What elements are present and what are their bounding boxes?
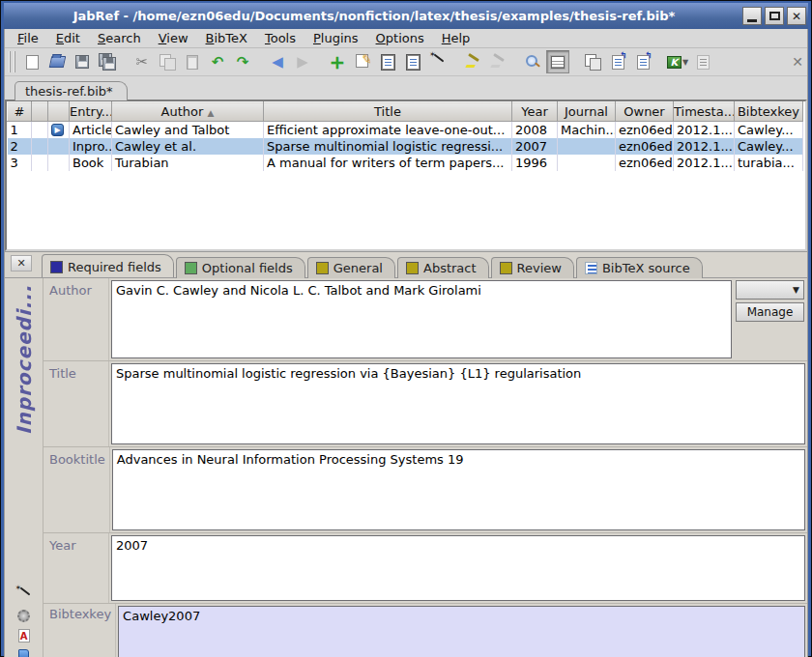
pdf-file-icon[interactable]: A [18,629,30,643]
col-owner[interactable]: Owner [616,102,674,122]
maximize-button[interactable] [765,7,784,25]
author-dropdown[interactable]: ▼ [736,280,804,300]
edit-entry-icon[interactable]: ✎ [351,50,374,73]
settings-gear-icon[interactable] [17,610,30,622]
save-database-icon[interactable] [71,50,94,73]
open-file-icon[interactable] [691,50,714,73]
year-field[interactable]: 2007 [111,535,805,601]
tab-optional-fields[interactable]: Optional fields [176,257,305,278]
save-all-icon[interactable] [96,50,119,73]
editor-tab-strip: ✕ Required fields Optional fields Genera… [5,252,807,277]
file-tab[interactable]: thesis-ref.bib* [14,81,128,100]
cleanup-wand-icon[interactable] [426,50,450,73]
tab-required-fields[interactable]: Required fields [42,254,174,277]
copy-icon[interactable] [156,50,179,73]
editor-close-button[interactable]: ✕ [11,255,32,271]
author-label: Author [44,278,109,360]
menu-plugins[interactable]: Plugins [306,30,365,46]
table-row[interactable]: 1 ▶ Article Cawley and Talbot Efficient … [8,122,803,138]
menu-search[interactable]: Search [91,30,148,46]
cut-icon[interactable]: ✂ [130,50,154,73]
table-header-row: # Entry... Author ▲ Title Year Journal O… [8,102,803,122]
push-to-lyx-icon[interactable]: K▼ [666,50,689,73]
tab-review[interactable]: Review [491,257,574,278]
sort-asc-icon: ▲ [208,108,215,118]
menu-file[interactable]: File [11,30,45,46]
toggle-preview-icon[interactable] [546,50,569,73]
col-bibtexkey[interactable]: Bibtexkey [735,102,803,122]
forward-icon[interactable]: ▶ [291,50,314,73]
col-ranking[interactable] [32,102,48,122]
booktitle-row: Booktitle Advances in Neural Information… [44,447,807,533]
push-to-doc-icon[interactable]: ↰ [606,50,629,73]
col-timestamp[interactable]: Timesta... [674,102,735,122]
window-title: JabRef - /home/ezn06edu/Documents/nonfic… [6,9,742,23]
abstract-icon [406,262,419,274]
entry-editor: ✕ Required fields Optional fields Genera… [5,251,807,657]
open-database-icon[interactable] [45,50,69,73]
file-link-icon[interactable]: ▶ [51,124,64,136]
table-row-selected[interactable]: 2 Inpro... Cawley et al. Sparse multinom… [8,138,803,155]
chevron-down-icon: ▼ [793,285,799,295]
entry-type-label: Inproceedi... [13,284,36,574]
title-label: Title [44,361,109,446]
author-field[interactable]: Gavin C. Cawley and Nicola L. C. Talbot … [111,280,732,358]
paste-icon[interactable] [181,50,204,73]
toolbar: ✂ ↶ ↷ ◀ ▶ + ✎ ↰ ↰ K▼ [5,48,807,76]
manage-button[interactable]: Manage [736,302,804,322]
menu-options[interactable]: Options [369,30,431,46]
cleanup-wand-icon[interactable] [16,587,32,603]
title-row: Title Sparse multinomial logistic regres… [44,361,807,447]
toolbar-grip[interactable] [9,51,15,72]
tab-bibtex-source[interactable]: BibTeX source [576,257,703,278]
title-field[interactable]: Sparse multinomial logistic regression v… [111,363,805,444]
author-row: Author Gavin C. Cawley and Nicola L. C. … [44,278,807,361]
menu-bar: File Edit Search View BibTeX Tools Plugi… [5,29,807,48]
booktitle-field[interactable]: Advances in Neural Information Processin… [112,449,805,530]
menu-view[interactable]: View [152,30,195,46]
tab-abstract[interactable]: Abstract [397,257,489,278]
edit-preamble-icon[interactable] [376,50,399,73]
search-icon[interactable] [521,50,544,73]
redo-icon[interactable]: ↷ [231,50,254,73]
col-journal[interactable]: Journal [558,102,616,122]
tab-general[interactable]: General [307,257,395,278]
minimize-button[interactable] [742,7,762,25]
bibtexkey-row: Bibtexkey Cawley2007 [44,604,807,657]
bibtexkey-field[interactable]: Cawley2007 [118,606,805,657]
title-bar[interactable]: JabRef - /home/ezn06edu/Documents/nonfic… [4,3,808,29]
col-number[interactable]: # [8,102,32,122]
col-title[interactable]: Title [264,102,512,122]
year-label: Year [44,533,109,603]
close-icon: ✕ [16,257,25,270]
required-fields-form: Author Gavin C. Cawley and Nicola L. C. … [44,278,807,657]
edit-strings-icon[interactable] [401,50,424,73]
copy-key-icon[interactable] [581,50,604,73]
jabref-window: JabRef - /home/ezn06edu/Documents/nonfic… [0,0,812,657]
menu-edit[interactable]: Edit [49,30,87,46]
menu-bibtex[interactable]: BibTeX [199,30,254,46]
undo-icon[interactable]: ↶ [206,50,229,73]
booktitle-label: Booktitle [44,447,110,532]
close-button[interactable]: ✕ [787,7,806,25]
optional-fields-icon [185,262,197,274]
bibtexkey-label: Bibtexkey [44,604,116,657]
push-dropdown-icon: ▼ [682,58,688,67]
menu-help[interactable]: Help [435,30,478,46]
entry-table-panel[interactable]: # Entry... Author ▲ Title Year Journal O… [5,100,807,251]
new-entry-icon[interactable]: + [326,50,349,73]
new-database-icon[interactable] [20,50,44,73]
open-book-icon[interactable] [18,649,29,657]
unmark-entries-icon[interactable] [486,50,509,73]
table-row[interactable]: 3 Book Turabian A manual for writers of … [8,155,803,171]
col-author[interactable]: Author ▲ [112,102,264,122]
push-to-doc-2-icon[interactable]: ↰ [631,50,654,73]
col-entrytype[interactable]: Entry... [70,102,112,122]
toolbar-close-icon[interactable]: ✕ [792,54,803,70]
review-icon [500,262,512,274]
mark-entries-icon[interactable] [461,50,484,73]
col-year[interactable]: Year [512,102,558,122]
menu-tools[interactable]: Tools [258,30,303,46]
back-icon[interactable]: ◀ [266,50,289,73]
col-file[interactable] [48,102,70,122]
